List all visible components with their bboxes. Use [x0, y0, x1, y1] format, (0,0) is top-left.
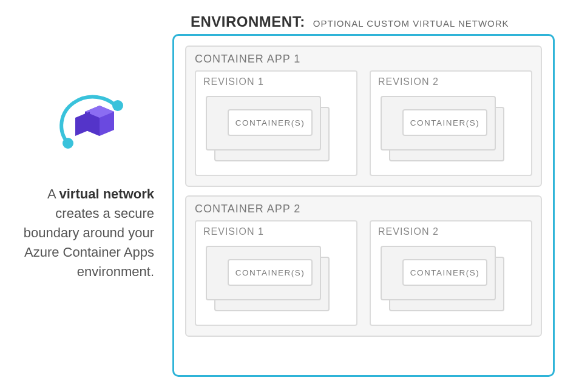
env-label: ENVIRONMENT: [191, 13, 305, 30]
environment-title: ENVIRONMENT: OPTIONAL CUSTOM VIRTUAL NET… [191, 13, 555, 30]
revision-box: REVISION 1 CONTAINER(S) [195, 70, 357, 176]
revision-box: REVISION 2 CONTAINER(S) [370, 70, 532, 176]
container-label: CONTAINER(S) [235, 268, 305, 277]
container-label-card: CONTAINER(S) [228, 109, 313, 136]
revision-box: REVISION 1 CONTAINER(S) [195, 220, 357, 326]
desc-rest: creates a secure boundary around your Az… [24, 206, 154, 279]
container-label-card: CONTAINER(S) [402, 109, 487, 136]
container-label: CONTAINER(S) [235, 118, 305, 127]
right-column: ENVIRONMENT: OPTIONAL CUSTOM VIRTUAL NET… [172, 0, 579, 392]
svg-point-1 [63, 138, 73, 149]
environment-box: CONTAINER APP 1 REVISION 1 CONTAINER(S) … [172, 34, 555, 377]
desc-bold: virtual network [59, 186, 154, 201]
container-label: CONTAINER(S) [410, 118, 480, 127]
revision-title: REVISION 1 [203, 226, 349, 237]
container-stack: CONTAINER(S) [203, 93, 349, 166]
container-label-card: CONTAINER(S) [402, 259, 487, 286]
description-text: A virtual network creates a secure bound… [18, 184, 154, 281]
container-app-2: CONTAINER APP 2 REVISION 1 CONTAINER(S) … [185, 195, 542, 337]
container-label: CONTAINER(S) [410, 268, 480, 277]
desc-prefix: A [47, 186, 59, 201]
revision-row: REVISION 1 CONTAINER(S) REVISION 2 CONT [195, 220, 532, 326]
container-app-1: CONTAINER APP 1 REVISION 1 CONTAINER(S) … [185, 46, 542, 187]
left-column: A virtual network creates a secure bound… [0, 0, 172, 392]
revision-title: REVISION 1 [203, 76, 349, 87]
svg-point-0 [112, 100, 123, 111]
revision-title: REVISION 2 [378, 226, 524, 237]
env-subtitle: OPTIONAL CUSTOM VIRTUAL NETWORK [313, 18, 509, 29]
app-title: CONTAINER APP 2 [195, 203, 532, 215]
vnet-icon [57, 91, 130, 160]
container-stack: CONTAINER(S) [378, 93, 524, 166]
diagram-root: A virtual network creates a secure bound… [0, 0, 579, 392]
container-label-card: CONTAINER(S) [228, 259, 313, 286]
container-stack: CONTAINER(S) [203, 243, 349, 316]
revision-title: REVISION 2 [378, 76, 524, 87]
revision-row: REVISION 1 CONTAINER(S) REVISION 2 CONT [195, 70, 532, 176]
revision-box: REVISION 2 CONTAINER(S) [370, 220, 532, 326]
app-title: CONTAINER APP 1 [195, 53, 532, 66]
container-stack: CONTAINER(S) [378, 243, 524, 316]
